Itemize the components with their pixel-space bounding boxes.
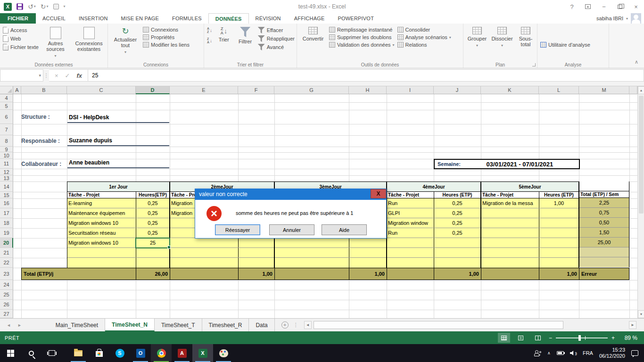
cell-e23[interactable] [170, 268, 239, 280]
row-header[interactable]: 10 [0, 152, 13, 159]
cell-l22[interactable] [539, 258, 578, 268]
tab-formules[interactable]: FORMULES [165, 13, 208, 24]
volume-icon[interactable]: )) [570, 351, 577, 355]
cell-i22[interactable] [387, 258, 434, 268]
row-header[interactable]: 24 [0, 280, 13, 290]
zoom-percentage[interactable]: 89 % [619, 335, 637, 341]
collaborateur-label-cell[interactable]: Collaborateur : [21, 159, 61, 169]
dialog-title-bar[interactable]: valeur non correcte X [195, 189, 386, 199]
cell-i17[interactable]: GLPI [387, 208, 434, 218]
formula-input[interactable]: 25 [88, 69, 644, 82]
col-header-e[interactable]: E [170, 86, 238, 94]
cell-f21[interactable] [239, 248, 274, 257]
collapse-ribbon-button[interactable]: ∧ [635, 59, 638, 65]
people-icon[interactable] [535, 350, 541, 356]
excel-taskbar-button[interactable]: X [192, 344, 213, 362]
collaborateur-value-cell[interactable]: Anne beaubien [67, 158, 169, 168]
cell-m21[interactable] [579, 247, 629, 257]
zoom-slider[interactable] [556, 337, 608, 338]
restore-button[interactable] [612, 0, 628, 13]
tab-mise-en-page[interactable]: MISE EN PAGE [115, 13, 165, 24]
sheet-nav-right-icon[interactable]: ► [17, 323, 22, 328]
cell-l16[interactable]: 1,00 [539, 198, 578, 208]
cell-k18[interactable] [481, 218, 539, 228]
supprimer-doublons-button[interactable]: Supprimer les doublons [329, 34, 395, 40]
select-all-corner[interactable] [0, 86, 13, 94]
zoom-slider-thumb[interactable] [578, 335, 581, 341]
cell-k21[interactable] [481, 248, 539, 257]
scroll-down-arrow[interactable]: ▼ [638, 310, 644, 318]
help-button[interactable]: Aide [322, 224, 367, 235]
cell-g22[interactable] [275, 258, 349, 268]
hscroll-right-arrow[interactable]: ► [629, 321, 636, 329]
close-button[interactable]: × [628, 0, 644, 13]
cell-l19[interactable] [539, 228, 578, 238]
skype-button[interactable]: S [109, 344, 130, 362]
tab-fichier[interactable]: FICHIER [0, 13, 36, 24]
cell-c19[interactable]: Securitsation réseau [67, 228, 136, 238]
insert-function-icon[interactable]: fx [77, 72, 83, 79]
sheet-tab-timesheet-n[interactable]: TimeSheet_N [105, 319, 155, 331]
row-header[interactable]: 8 [0, 135, 13, 147]
clock[interactable]: 15:2306/12/2020 [599, 347, 625, 359]
cell-k19[interactable] [481, 228, 539, 238]
save-icon[interactable] [17, 3, 23, 10]
cell-k23[interactable] [481, 268, 539, 280]
vertical-scroll-thumb[interactable] [639, 96, 644, 214]
cell-j17[interactable]: 0,25 [434, 208, 480, 218]
battery-icon[interactable] [557, 351, 564, 355]
remplissage-instantane-button[interactable]: Remplissage instantané [329, 27, 395, 33]
new-sheet-button[interactable]: + [281, 321, 289, 329]
vertical-scrollbar[interactable]: ▲ ▼ [637, 86, 644, 318]
col-header-h[interactable]: H [349, 86, 387, 94]
cell-e22[interactable] [170, 258, 239, 268]
cell-d20-selected[interactable]: 25 [136, 238, 169, 247]
touch-mode-icon[interactable] [53, 4, 59, 9]
row-header[interactable]: 5 [0, 102, 13, 110]
cell-c16[interactable]: E-learning [67, 198, 136, 208]
row-header-selected[interactable]: 20 [0, 238, 13, 248]
cell-f23[interactable]: 1,00 [239, 268, 275, 280]
grouper-button[interactable]: Grouper▾ [466, 25, 488, 61]
trier-button[interactable]: ZA↓Trier [215, 25, 232, 61]
cell-j21[interactable] [434, 248, 480, 257]
filtrer-button[interactable]: Filtrer [236, 25, 255, 61]
name-box-splitter[interactable]: ⋮ [43, 69, 49, 82]
cell-m18[interactable]: 0,50 [579, 218, 629, 228]
sous-total-button[interactable]: Sous-total [516, 25, 535, 61]
horizontal-scroll-thumb[interactable] [314, 321, 563, 329]
qat-customize-button[interactable]: ▾ [64, 3, 66, 10]
user-account[interactable]: sabiha IBRI ▾ [596, 13, 644, 24]
sheet-tab-main-timesheet[interactable]: Main_TimeSheet [49, 319, 105, 331]
responsable-label-cell[interactable]: Responsable : [21, 135, 60, 147]
col-header-d[interactable]: D [136, 86, 170, 94]
consolider-button[interactable]: Consolider [397, 27, 451, 33]
cell-h22[interactable] [349, 258, 386, 268]
cell-c22[interactable] [67, 258, 136, 268]
analyse-scenarios-button[interactable]: Analyse scénarios▾ [397, 34, 451, 40]
paint-button[interactable] [213, 344, 234, 362]
col-header-partial[interactable] [629, 86, 637, 94]
page-break-view-button[interactable] [532, 333, 544, 343]
chrome-button[interactable] [151, 344, 172, 362]
row-header[interactable]: 14 [0, 181, 13, 192]
cell-f22[interactable] [239, 258, 274, 268]
cell-i23[interactable] [387, 268, 434, 280]
row-header[interactable]: 9 [0, 147, 13, 152]
col-header-m[interactable]: M [579, 86, 629, 94]
cell-j16[interactable]: 0,25 [434, 198, 480, 208]
cell-l18[interactable] [539, 218, 578, 228]
cell-d19[interactable]: 0,25 [136, 228, 169, 238]
hscroll-left-arrow[interactable]: ◄ [304, 321, 312, 329]
cell-j23[interactable]: 1,00 [434, 268, 481, 280]
cell-i16[interactable]: Run [387, 198, 434, 208]
utilitaire-analyse-button[interactable]: Utilitaire d'analyse [540, 28, 590, 61]
row-header[interactable]: 18 [0, 218, 13, 228]
convertir-button[interactable]: Convertir [300, 25, 326, 61]
sheet-tab-data[interactable]: Data [249, 319, 274, 331]
cell-j18[interactable]: 0,25 [434, 218, 480, 228]
cell-g20[interactable] [275, 238, 349, 247]
day4-title[interactable]: 4èmeJour [387, 182, 480, 192]
connexions-button[interactable]: Connexions [143, 27, 190, 33]
cell-i21[interactable] [387, 248, 434, 257]
